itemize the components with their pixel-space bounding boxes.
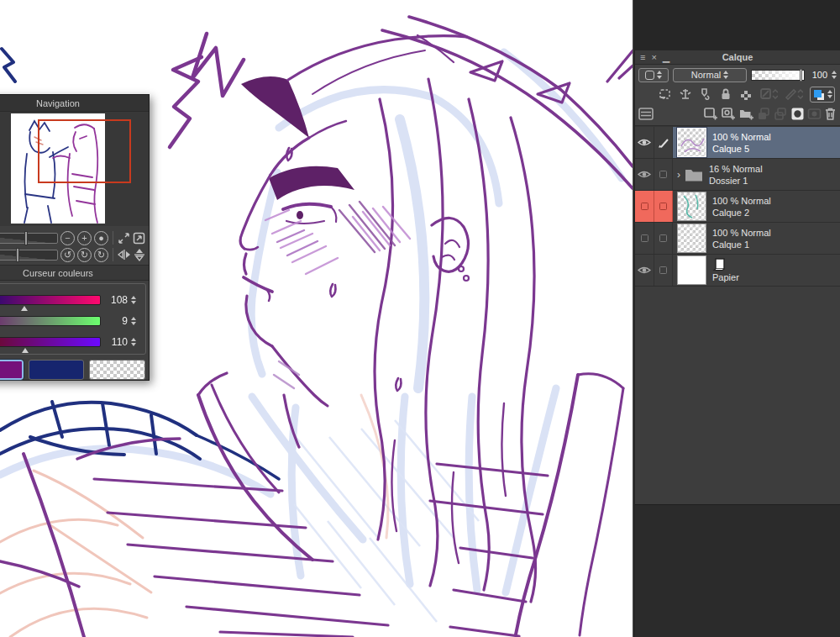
flip-vertical-icon[interactable] <box>134 248 145 261</box>
green-slider[interactable] <box>0 316 101 326</box>
delete-layer-icon[interactable] <box>824 107 837 121</box>
apply-mask-icon <box>807 107 822 121</box>
navigation-preview[interactable] <box>0 112 149 226</box>
slider-caret-icon[interactable] <box>22 348 29 353</box>
blue-value[interactable]: 110 <box>104 336 128 348</box>
layer-blend-info: 16 % Normal <box>709 164 763 174</box>
layer-thumbnail[interactable] <box>677 224 706 253</box>
reference-layer-icon[interactable] <box>679 87 692 101</box>
layer-visibility-toggle[interactable] <box>635 159 654 190</box>
opacity-slider-handle[interactable] <box>800 69 802 82</box>
layer-name[interactable]: Calque 2 <box>712 208 771 218</box>
red-spinner-icon[interactable] <box>131 296 136 304</box>
layer-row-calque-2[interactable]: 100 % Normal Calque 2 <box>635 191 840 223</box>
layer-palette-option-button[interactable] <box>638 68 669 82</box>
checkbox-icon <box>659 234 667 242</box>
layer-edit-state[interactable] <box>654 127 673 158</box>
layers-controls: Normal 100 <box>635 65 840 126</box>
slider-caret-icon[interactable] <box>21 306 28 311</box>
eye-icon <box>638 170 651 179</box>
layer-name[interactable]: Calque 5 <box>712 144 771 154</box>
layer-row-dossier-1[interactable]: › 16 % Normal Dossier 1 <box>635 159 840 191</box>
draft-layer-icon[interactable] <box>699 87 712 101</box>
app-window: ≡ × ▁ Calque Normal <box>0 0 840 637</box>
chevron-updown-icon[interactable] <box>827 90 832 98</box>
layer-edit-state[interactable] <box>654 223 673 254</box>
checkbox-icon <box>641 234 648 242</box>
viewport-rectangle[interactable] <box>38 119 131 183</box>
layer-edit-state[interactable] <box>654 255 673 286</box>
blend-mode-select[interactable]: Normal <box>673 68 747 82</box>
blend-mode-value: Normal <box>691 70 721 80</box>
navigation-title: Navigation <box>36 98 80 108</box>
opacity-spinner-icon[interactable] <box>832 71 837 79</box>
new-layer-dialog-icon[interactable] <box>721 107 736 121</box>
red-slider[interactable] <box>0 295 101 305</box>
layer-row-calque-5[interactable]: 100 % Normal Calque 5 <box>635 127 840 159</box>
fit-to-screen-icon[interactable] <box>118 232 130 245</box>
color-slider-header[interactable]: Curseur couleurs <box>0 265 149 281</box>
layer-visibility-toggle[interactable] <box>635 255 654 286</box>
layer-visibility-toggle[interactable] <box>635 127 654 158</box>
lock-transparent-pixels-icon[interactable] <box>739 87 753 101</box>
lock-layer-icon[interactable] <box>719 87 732 101</box>
layer-visibility-toggle[interactable] <box>635 223 654 254</box>
green-value[interactable]: 9 <box>104 315 128 327</box>
rotate-slider-handle[interactable] <box>16 248 19 262</box>
layer-thumbnail[interactable] <box>677 192 706 221</box>
folder-expand-chevron-icon[interactable]: › <box>677 169 680 181</box>
layer-name[interactable]: Papier <box>712 272 739 282</box>
layer-row-calque-1[interactable]: 100 % Normal Calque 1 <box>635 223 840 255</box>
pencil-icon <box>658 137 669 148</box>
primary-color-swatch[interactable] <box>0 360 24 380</box>
merge-with-lower-layer-icon <box>774 107 788 121</box>
layer-row-papier[interactable]: Papier <box>635 255 840 287</box>
new-folder-icon[interactable] <box>738 107 754 121</box>
secondary-color-swatch[interactable] <box>29 360 85 380</box>
clip-to-layer-below-icon[interactable] <box>659 87 672 101</box>
layer-opacity-slider[interactable] <box>751 70 805 81</box>
zoom-out-button[interactable]: − <box>60 231 75 245</box>
rotate-left-button[interactable]: ↺ <box>60 248 75 262</box>
rotate-right-button[interactable]: ↻ <box>77 248 92 262</box>
transparent-color-swatch[interactable] <box>89 360 145 380</box>
layer-thumbnail[interactable] <box>677 128 706 157</box>
red-value[interactable]: 108 <box>104 294 128 306</box>
layer-list-view-icon[interactable] <box>638 108 654 120</box>
checkbox-icon <box>659 203 667 210</box>
zoom-in-button[interactable]: + <box>77 231 92 245</box>
chevron-updown-icon <box>657 71 662 79</box>
layer-opacity-value[interactable]: 100 <box>809 70 827 80</box>
rotate-reset-button[interactable]: ↻ <box>94 248 108 262</box>
navigation-palette: Navigation <box>0 94 150 381</box>
green-spinner-icon[interactable] <box>131 317 136 325</box>
zoom-slider-handle[interactable] <box>24 231 28 245</box>
blue-spinner-icon[interactable] <box>131 338 136 346</box>
layer-edit-state[interactable] <box>654 159 673 190</box>
flip-horizontal-icon[interactable] <box>118 249 131 261</box>
transfer-to-lower-layer-icon <box>757 107 771 121</box>
eye-icon <box>638 266 651 275</box>
layer-blend-info: 100 % Normal <box>712 132 771 142</box>
zoom-slider[interactable] <box>0 233 58 244</box>
create-layer-mask-icon[interactable] <box>790 107 805 121</box>
zoom-reset-button[interactable]: ● <box>94 231 108 245</box>
actual-size-icon[interactable] <box>133 232 145 245</box>
layer-edit-state[interactable] <box>654 191 673 222</box>
layer-visibility-toggle[interactable] <box>635 191 654 222</box>
chevron-updown-icon <box>723 71 728 79</box>
layer-name[interactable]: Calque 1 <box>712 240 771 250</box>
layer-color-button[interactable] <box>810 87 835 103</box>
blue-slider[interactable] <box>0 337 101 347</box>
new-raster-layer-icon[interactable] <box>703 107 718 121</box>
color-slider-title: Curseur couleurs <box>23 268 93 278</box>
navigation-header[interactable]: Navigation <box>0 95 149 112</box>
layers-palette-title: Calque <box>635 52 840 62</box>
layer-name[interactable]: Dossier 1 <box>709 176 763 186</box>
right-dock: ≡ × ▁ Calque Normal <box>633 0 840 637</box>
layer-blend-info: 100 % Normal <box>712 196 771 206</box>
checkbox-icon <box>641 203 648 210</box>
palette-display-icon <box>645 71 654 80</box>
rotate-slider[interactable] <box>0 250 58 261</box>
layer-thumbnail[interactable] <box>677 255 706 285</box>
